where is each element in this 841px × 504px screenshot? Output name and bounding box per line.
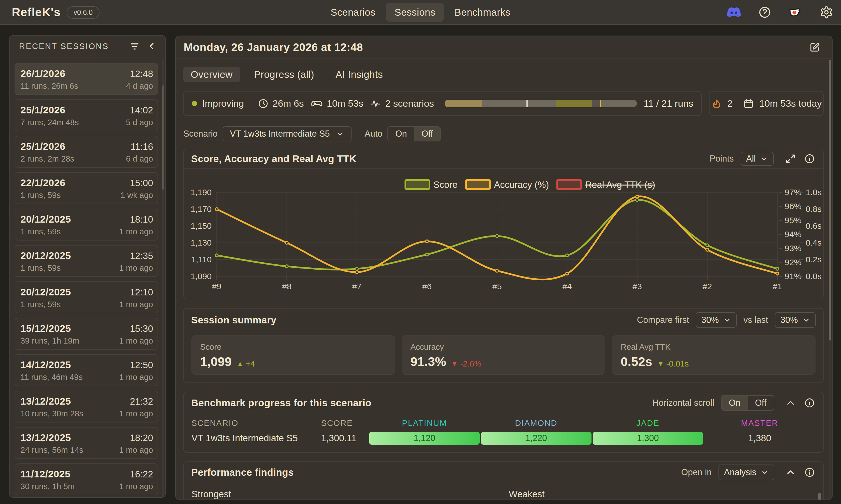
session-list-item[interactable]: 11/12/202516:2230 runs, 1h 5m1 mo ago [15,463,158,495]
svg-text:#4: #4 [562,282,571,291]
activity-icon [370,98,381,109]
hscroll-option-off[interactable]: Off [748,396,774,410]
vs-last-value: 30% [780,315,798,325]
session-list-item[interactable]: 25/1/202611:162 runs, 2m 28s6 d ago [15,136,158,168]
expand-chart-icon[interactable] [784,152,797,165]
session-list-item[interactable]: 25/1/202614:027 runs, 24m 48s5 d ago [15,100,158,131]
scenario-select[interactable]: VT 1w3ts Intermediate S5 [223,126,351,141]
view-tab-progress-all-[interactable]: Progress (all) [247,67,322,82]
session-summary-card: Session summary Compare first 30% vs las… [183,308,824,383]
session-list-item[interactable]: 13/12/202518:2024 runs, 56m 14s1 mo ago [15,427,158,459]
vs-last-select[interactable]: 30% [775,312,816,328]
session-list-item[interactable]: 20/12/202518:101 runs, 59s1 mo ago [15,209,158,240]
session-runs: 1 runs, 59s [20,191,61,200]
legend-item[interactable]: Accuracy (%) [466,179,549,190]
session-date: 25/1/2026 [20,105,65,115]
points-label: Points [709,154,734,164]
session-date: 20/12/2025 [20,286,71,298]
session-date: 13/12/2025 [20,396,71,407]
session-list-item[interactable]: 14/12/202512:5011 runs, 46m 49s1 mo ago [15,354,158,386]
collapse-benchmark-icon[interactable] [784,397,797,409]
view-tab-ai-insights[interactable]: AI Insights [328,67,390,82]
hscroll-option-on[interactable]: On [722,396,748,410]
chart-info-icon[interactable] [803,152,816,165]
svg-text:1,130: 1,130 [191,238,212,247]
session-list-item[interactable]: 26/1/202612:4811 runs, 26m 6s4 d ago [15,63,158,95]
session-list-item[interactable]: 15/12/202515:3039 runs, 1h 19m1 mo ago [15,318,158,350]
stat-card-real-avg-ttk: Real Avg TTK0.52s▼-0.01s [612,336,816,375]
view-tab-overview[interactable]: Overview [183,67,240,82]
vs-last-label: vs last [743,315,768,325]
svg-text:0.2s: 0.2s [806,255,822,264]
main-scrollbar-thumb[interactable] [829,60,831,341]
benchmark-title: Benchmark progress for this scenario [191,397,646,409]
svg-text:Accuracy (%): Accuracy (%) [494,179,549,190]
points-select[interactable]: All [741,152,774,166]
session-runs: 10 runs, 30m 28s [20,409,83,418]
legend-item[interactable]: Real Avg TTK (s) [557,179,655,190]
session-ago: 1 mo ago [119,446,153,455]
session-time: 12:50 [130,360,153,371]
nav-tab-sessions[interactable]: Sessions [386,3,444,22]
session-date: 20/12/2025 [20,214,71,225]
scenario-count: 2 scenarios [370,98,434,109]
stat-value: 1,099 [200,355,232,369]
settings-icon[interactable] [820,5,833,19]
kofi-icon[interactable] [789,5,802,19]
progress-segment [555,100,593,107]
session-status-box: Improving 26m 6s 10m 53s 2 scenarios 11 … [183,91,702,116]
col-jade: JADE [592,419,704,428]
auto-label: Auto [364,129,382,139]
collapse-sidebar-icon[interactable] [146,40,158,52]
filter-icon[interactable] [128,40,141,52]
help-icon[interactable] [758,5,771,19]
progress-segment [601,100,637,107]
session-list-item[interactable]: 22/1/202615:001 runs, 59s1 wk ago [15,172,158,204]
auto-option-off[interactable]: Off [414,127,441,141]
findings-scrollbar-thumb[interactable] [818,493,821,500]
session-list-item[interactable]: 13/12/202521:3210 runs, 30m 28s1 mo ago [15,391,158,422]
sidebar-scrollbar[interactable] [162,58,164,497]
stat-value: 0.52s [621,355,652,369]
auto-option-on[interactable]: On [388,127,414,141]
nav-tab-scenarios[interactable]: Scenarios [322,3,384,22]
sidebar-scrollbar-thumb[interactable] [162,85,164,190]
session-runs: 1 runs, 59s [20,300,61,309]
svg-text:97%: 97% [785,187,802,197]
compare-first-select[interactable]: 30% [696,312,737,328]
svg-text:95%: 95% [785,216,802,225]
streak-count: 2 [727,98,733,109]
collapse-findings-icon[interactable] [784,466,797,479]
svg-text:1,190: 1,190 [191,187,212,197]
open-in-select[interactable]: Analysis [719,465,774,480]
svg-text:1,150: 1,150 [191,221,212,231]
weakest-label: Weakest [509,489,545,500]
svg-text:#7: #7 [352,282,361,291]
triangle-down-icon: ▼ [657,360,664,367]
triangle-down-icon: ▼ [451,360,458,367]
svg-text:#6: #6 [422,282,431,291]
stat-delta: ▼-2.6% [451,359,482,368]
session-duration: 26m 6s [258,98,304,109]
today-time: 10m 53s today [759,98,822,109]
findings-info-icon[interactable] [803,466,816,479]
legend-item[interactable]: Score [405,179,458,190]
session-ago: 1 mo ago [119,336,153,345]
chevron-down-icon [802,316,810,324]
top-bar: RefleK's v0.6.0 ScenariosSessionsBenchma… [0,0,841,25]
main-scrollbar[interactable] [829,60,831,499]
clock-icon [258,98,269,109]
session-time: 11:16 [131,141,153,152]
session-ago: 1 mo ago [119,373,153,382]
gamepad-icon [311,97,323,110]
chevron-down-icon [336,130,344,138]
edit-icon[interactable] [808,41,821,53]
benchmark-card: Benchmark progress for this scenario Hor… [183,392,824,453]
triangle-up-icon: ▲ [237,360,244,367]
session-list-item[interactable]: 20/12/202512:351 runs, 59s1 mo ago [15,245,158,277]
nav-tab-benchmarks[interactable]: Benchmarks [446,3,519,22]
view-tabs: OverviewProgress (all)AI Insights [183,67,824,82]
discord-icon[interactable] [727,5,741,19]
benchmark-info-icon[interactable] [803,397,816,409]
session-list-item[interactable]: 20/12/202512:101 runs, 59s1 mo ago [15,282,158,313]
